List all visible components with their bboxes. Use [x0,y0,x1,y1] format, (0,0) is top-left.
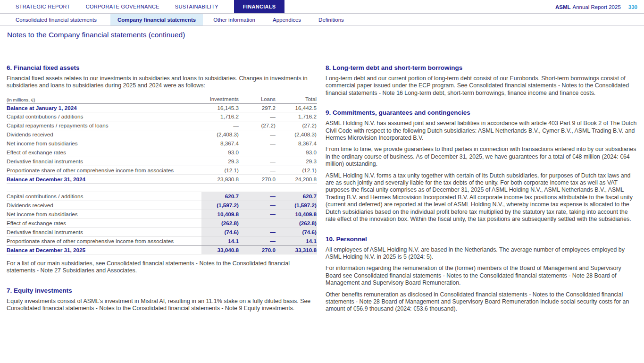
table-row-balance-2024: Balance at December 31, 2024 23,930.8270… [7,175,317,184]
col-header-investments: Investments [201,96,239,103]
page-title: Notes to the Company financial statement… [7,31,644,39]
table-row: Proportionate share of other comprehensi… [7,237,317,246]
top-nav-strategic-report[interactable]: STRATEGIC REPORT [16,0,70,13]
subnav-appendices[interactable]: Appendices [273,14,301,25]
table-row: Proportionate share of other comprehensi… [7,166,317,175]
table-row: Derivative financial instruments 29.3—29… [7,157,317,166]
section9-paragraph-3: ASML Holding N.V. forms a tax unity toge… [326,172,637,223]
section8-body: Long-term debt and our current portion o… [326,75,637,97]
brand-asml: ASML [555,4,571,10]
section7-body: Equity investments consist of ASML’s inv… [7,298,317,312]
table-row: Balance at January 1, 2024 16,145.3297.2… [7,103,317,112]
section9-paragraph-2: From time to time, we provide guarantees… [326,146,637,168]
table-year-gap [7,184,317,192]
table-row: Effect of exchange rates 93.093.0 [7,148,317,157]
content: 6. Financial fixed assets Financial fixe… [0,64,644,317]
section10-heading: 10. Personnel [326,236,637,243]
sub-nav-bar: Consolidated financial statements Compan… [0,14,644,26]
table-row: Dividends received (1,597.2)—(1,597.2) [7,201,317,210]
section8-heading: 8. Long-term debt and short-term borrowi… [326,64,637,71]
section6-footnote: For a list of our main subsidiaries, see… [7,260,317,275]
section6-intro: Financial fixed assets relates to our in… [7,75,317,90]
financial-fixed-assets-table: (in millions, €) Investments Loans Total… [7,96,317,254]
section10-paragraph-1: All employees of ASML Holding N.V. are b… [326,246,637,261]
table-row: Net income from subsidiaries 8,367.4—8,3… [7,139,317,148]
brand-report-title: Annual Report 2025 [573,4,621,10]
table-row: Capital repayments / repayments of loans… [7,121,317,130]
section10-paragraph-2: For information regarding the remunerati… [326,265,637,287]
col-header-total: Total [276,96,317,103]
report-brand: ASML Annual Report 2025 330 [555,0,637,14]
subnav-company-financial-statements[interactable]: Company financial statements [110,14,203,25]
table-row: Dividends received (2,408.3)—(2,408.3) [7,130,317,139]
table-header-row: (in millions, €) Investments Loans Total [7,96,317,104]
col-header-loans: Loans [239,96,276,103]
subnav-other-information[interactable]: Other information [213,14,255,25]
top-nav-items: STRATEGIC REPORT CORPORATE GOVERNANCE SU… [16,0,284,13]
section7-heading: 7. Equity investments [7,287,317,294]
table-row-balance-2025: Balance at December 31, 2025 33,040.8270… [7,245,317,254]
top-nav-sustainability[interactable]: SUSTAINABILITY [175,0,218,13]
table-row: Derivative financial instruments (74.6)—… [7,228,317,237]
subnav-definitions[interactable]: Definitions [318,14,344,25]
top-nav-bar: STRATEGIC REPORT CORPORATE GOVERNANCE SU… [0,0,644,14]
page-number: 330 [628,4,637,10]
section9-paragraph-1: ASML Holding N.V. has assumed joint and … [326,120,637,142]
right-column: 8. Long-term debt and short-term borrowi… [326,64,637,317]
section9-heading: 9. Commitments, guarantees and contingen… [326,109,637,116]
table-row: Capital contributions / additions 620.7—… [7,192,317,201]
table-row: Effect of exchange rates (262.8)(262.8) [7,219,317,228]
top-nav-financials[interactable]: FINANCIALS [234,0,285,13]
left-column: 6. Financial fixed assets Financial fixe… [7,64,317,317]
top-nav-corporate-governance[interactable]: CORPORATE GOVERNANCE [86,0,159,13]
table-row: Net income from subsidiaries 10,409.8—10… [7,210,317,219]
section6-heading: 6. Financial fixed assets [7,64,317,71]
section10-paragraph-3: Other benefits remuneration as disclosed… [326,291,637,313]
subnav-consolidated-financial-statements[interactable]: Consolidated financial statements [16,14,97,25]
table-unit-label: (in millions, €) [7,97,201,103]
table-row: Capital contributions / additions 1,716.… [7,112,317,121]
